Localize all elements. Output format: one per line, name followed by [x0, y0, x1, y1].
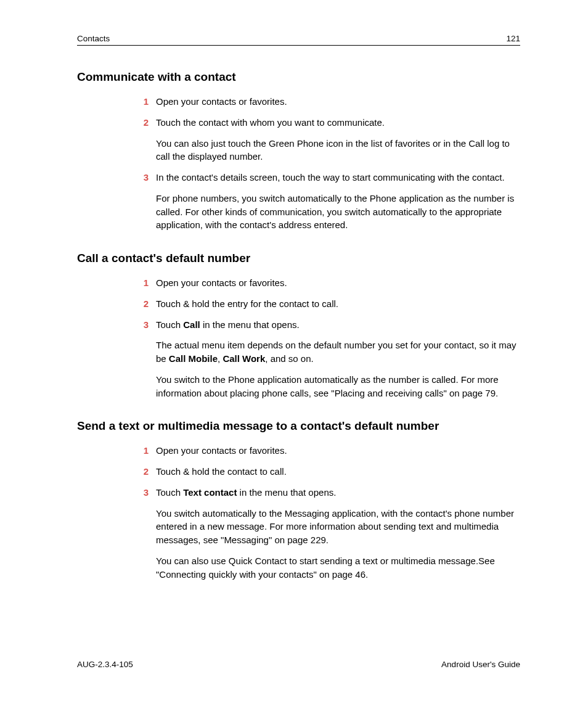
- step-number: 1: [139, 276, 156, 290]
- numbered-step: 3Touch Text contact in the menu that ope…: [139, 486, 520, 499]
- step-number: 2: [139, 465, 156, 478]
- footer-doc-id: AUG-2.3.4-105: [77, 660, 133, 669]
- step-number: 3: [139, 318, 156, 332]
- numbered-step: 3In the contact's details screen, touch …: [139, 171, 520, 184]
- step-text: Touch Text contact in the menu that open…: [156, 486, 520, 499]
- numbered-step: 1Open your contacts or favorites.: [139, 276, 520, 290]
- section-heading: Call a contact's default number: [77, 252, 520, 265]
- step-text: Touch the contact with whom you want to …: [156, 116, 520, 129]
- step-followup: You switch automatically to the Messagin…: [156, 507, 520, 547]
- step-followup: You switch to the Phone application auto…: [156, 373, 520, 400]
- step-followup: You can also just touch the Green Phone …: [156, 137, 520, 164]
- step-text: Open your contacts or favorites.: [156, 276, 520, 290]
- step-followup: For phone numbers, you switch automatica…: [156, 192, 520, 232]
- numbered-step: 3Touch Call in the menu that opens.: [139, 318, 520, 332]
- page-footer: AUG-2.3.4-105 Android User's Guide: [77, 660, 520, 669]
- header-page-number: 121: [506, 34, 520, 43]
- step-number: 2: [139, 116, 156, 129]
- section: Send a text or multimedia message to a c…: [77, 419, 520, 581]
- step-text: Open your contacts or favorites.: [156, 95, 520, 109]
- step-number: 1: [139, 444, 156, 458]
- step-followup: You can also use Quick Contact to start …: [156, 554, 520, 581]
- page-content: Communicate with a contact1Open your con…: [77, 70, 520, 581]
- step-number: 3: [139, 486, 156, 499]
- numbered-step: 1Open your contacts or favorites.: [139, 444, 520, 458]
- section-heading: Communicate with a contact: [77, 70, 520, 84]
- step-text: Touch Call in the menu that opens.: [156, 318, 520, 332]
- numbered-step: 1Open your contacts or favorites.: [139, 95, 520, 109]
- section-heading: Send a text or multimedia message to a c…: [77, 419, 520, 433]
- step-text: Touch & hold the contact to call.: [156, 465, 520, 478]
- step-number: 1: [139, 95, 156, 109]
- numbered-step: 2Touch & hold the entry for the contact …: [139, 297, 520, 311]
- step-followup: The actual menu item depends on the defa…: [156, 339, 520, 366]
- numbered-step: 2Touch the contact with whom you want to…: [139, 116, 520, 129]
- section: Communicate with a contact1Open your con…: [77, 70, 520, 232]
- header-section-name: Contacts: [77, 34, 110, 43]
- step-number: 3: [139, 171, 156, 184]
- step-number: 2: [139, 297, 156, 311]
- step-text: In the contact's details screen, touch t…: [156, 171, 520, 184]
- step-text: Touch & hold the entry for the contact t…: [156, 297, 520, 311]
- footer-doc-title: Android User's Guide: [441, 660, 520, 669]
- step-text: Open your contacts or favorites.: [156, 444, 520, 458]
- section: Call a contact's default number1Open you…: [77, 252, 520, 400]
- page-header: Contacts 121: [77, 34, 520, 46]
- numbered-step: 2Touch & hold the contact to call.: [139, 465, 520, 478]
